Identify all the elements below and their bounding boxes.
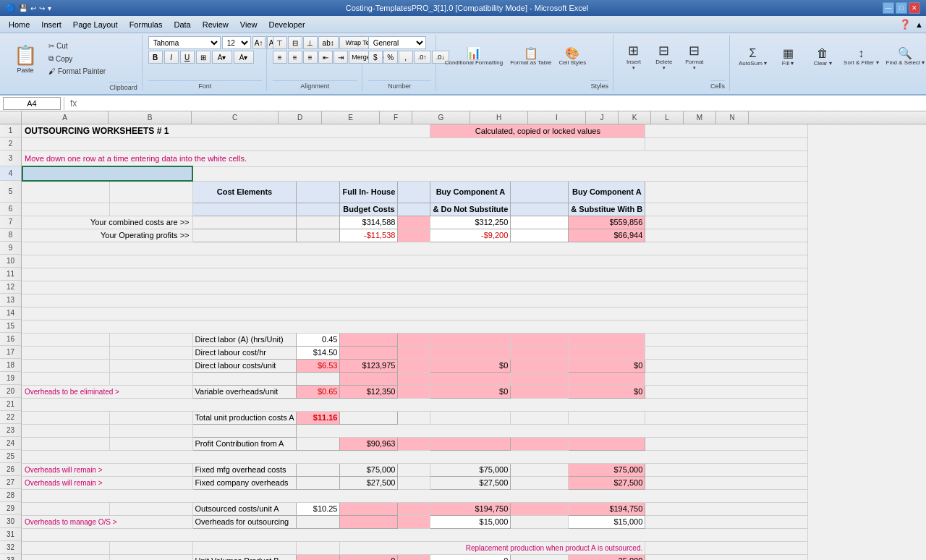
cell-g5[interactable]: Buy Component A [430,181,511,203]
cell-d22[interactable]: $11.16 [297,411,340,424]
row-header-5[interactable]: 5 [0,181,21,203]
cell-e33[interactable]: 0 [340,554,398,560]
autosum-btn[interactable]: Σ AutoSum ▾ [736,36,770,77]
cell-a27[interactable]: Overheads will remain > [22,476,192,489]
find-select-btn[interactable]: 🔍 Find & Select ▾ [883,36,927,77]
cell-a30[interactable]: Overheads to manage O/S > [22,515,192,528]
right-align-btn[interactable]: ≡ [303,51,318,64]
cell-c29[interactable]: Outsourced costs/unit A [192,502,297,515]
formula-input[interactable] [82,97,923,110]
close-btn[interactable]: ✕ [909,2,920,14]
indent-dec-btn[interactable]: ⇤ [318,51,333,64]
cell-i30[interactable]: $15,000 [569,515,645,528]
row-header-13[interactable]: 13 [0,294,21,307]
cell-c27[interactable]: Fixed company overheads [192,476,297,489]
col-header-c[interactable]: C [192,111,279,124]
percent-btn[interactable]: % [383,51,398,64]
row-header-18[interactable]: 18 [0,359,21,372]
cell-c18[interactable]: Direct labour costs/unit [192,359,297,372]
col-header-b[interactable]: B [109,111,192,124]
redo-btn[interactable]: ↪ [39,4,45,12]
cell-d18[interactable]: $6.53 [297,359,340,372]
cell-e6[interactable]: Budget Costs [340,203,398,216]
cell-a3[interactable]: Move down one row at a time entering dat… [22,150,808,166]
cut-button[interactable]: ✂ Cut [45,41,109,51]
format-painter-button[interactable]: 🖌 Format Painter [45,66,109,77]
cell-i27[interactable]: $27,500 [569,476,645,489]
cell-i7[interactable]: $559,856 [569,216,645,229]
row-header-1[interactable]: 1 [0,124,21,137]
cell-c17[interactable]: Direct labour cost/hr [192,346,297,359]
cell-a26[interactable]: Overheads will remain > [22,463,192,476]
row-header-27[interactable]: 27 [0,476,21,489]
cell-g26[interactable]: $75,000 [430,463,511,476]
cell-styles-btn[interactable]: 🎨 Cell Styles [556,36,589,77]
fill-btn[interactable]: ▦ Fill ▾ [771,36,804,77]
font-size-select[interactable]: 12 [222,36,251,49]
cell-e8[interactable]: -$11,538 [340,229,398,242]
cell-e24[interactable]: $90,963 [340,437,398,450]
cell-c30[interactable]: Overheads for outsourcing [192,515,297,528]
font-color-btn[interactable]: A▾ [234,51,254,64]
menu-data[interactable]: Data [168,19,196,30]
cell-c26[interactable]: Fixed mfg overhead costs [192,463,297,476]
col-header-n[interactable]: N [716,111,749,124]
row-header-4[interactable]: 4 [0,166,21,181]
cell-a7[interactable]: Your combined costs are >> [22,216,192,229]
cell-g20[interactable]: $0 [430,385,511,398]
cell-g6[interactable]: & Do Not Substitute [430,203,511,216]
cell-g33[interactable]: 0 [430,554,511,560]
comma-btn[interactable]: , [399,51,413,64]
col-header-j[interactable]: J [586,111,619,124]
row-header-3[interactable]: 3 [0,150,21,166]
cell-a8[interactable]: Your Operating profits >> [22,229,192,242]
row-header-14[interactable]: 14 [0,307,21,320]
cell-i6[interactable]: & Substitue With B [569,203,645,216]
menu-page-layout[interactable]: Page Layout [67,19,124,30]
format-cells-btn[interactable]: ⊟ Format ▾ [680,36,709,77]
row-header-26[interactable]: 26 [0,463,21,476]
cell-i18[interactable]: $0 [569,359,645,372]
row-header-30[interactable]: 30 [0,515,21,528]
insert-cells-btn[interactable]: ⊞ Insert ▾ [619,36,648,77]
cell-c20[interactable]: Variable overheads/unit [192,385,297,398]
fill-color-btn[interactable]: A▾ [212,51,232,64]
dollar-btn[interactable]: $ [368,51,383,64]
paste-button[interactable]: 📋 Paste [7,38,43,79]
cell-e7[interactable]: $314,588 [340,216,398,229]
formula-fx-icon[interactable]: fx [67,98,80,109]
cell-a20[interactable]: Overheads to be eliminated > [22,385,192,398]
cell-i26[interactable]: $75,000 [569,463,645,476]
cell-i8[interactable]: $66,944 [569,229,645,242]
col-header-m[interactable]: M [684,111,716,124]
decimal-inc-btn[interactable]: .0↑ [414,51,431,64]
cell-e18[interactable]: $123,975 [340,359,398,372]
col-header-l[interactable]: L [651,111,684,124]
menu-home[interactable]: Home [3,19,35,30]
row-header-15[interactable]: 15 [0,320,21,333]
font-name-select[interactable]: Tahoma [148,36,221,49]
center-align-btn[interactable]: ≡ [288,51,302,64]
col-header-e[interactable]: E [322,111,380,124]
menu-review[interactable]: Review [197,19,234,30]
row-header-2[interactable]: 2 [0,137,21,150]
cell-e5[interactable]: Full In- House [340,181,398,203]
align-middle-btn[interactable]: ⊟ [288,36,302,49]
row-header-32[interactable]: 32 [0,541,21,554]
row-header-29[interactable]: 29 [0,502,21,515]
cell-e32[interactable]: Replacement production when product A is… [340,541,645,554]
col-header-g[interactable]: G [412,111,470,124]
left-align-btn[interactable]: ≡ [273,51,287,64]
col-header-f[interactable]: F [380,111,412,124]
conditional-formatting-btn[interactable]: 📊 Conditional Formatting [442,36,506,77]
cell-g18[interactable]: $0 [430,359,511,372]
number-format-select[interactable]: General [368,36,426,49]
cell-e20[interactable]: $12,350 [340,385,398,398]
cell-c5[interactable]: Cost Elements [192,181,297,203]
cell-i20[interactable]: $0 [569,385,645,398]
col-header-a[interactable]: A [22,111,109,124]
menu-developer[interactable]: Developer [263,19,310,30]
cell-g7[interactable]: $312,250 [430,216,511,229]
row-header-33[interactable]: 33 [0,554,21,560]
cell-c24[interactable]: Profit Contribution from A [192,437,297,450]
